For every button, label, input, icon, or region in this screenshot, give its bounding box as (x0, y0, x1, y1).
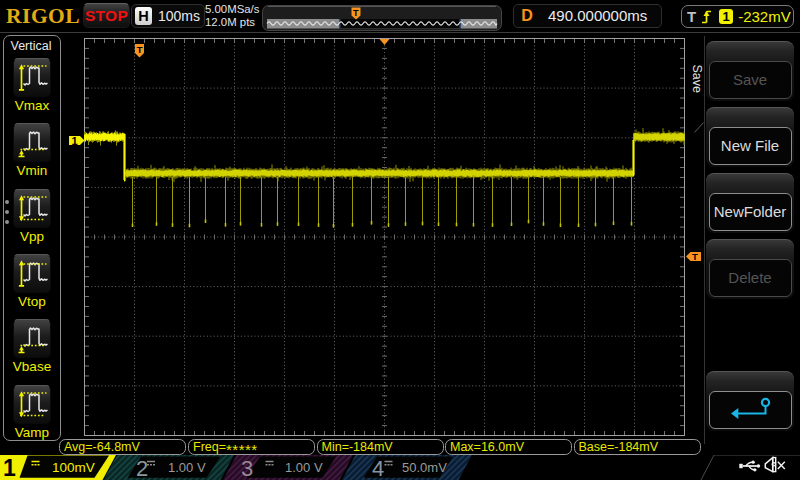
svg-text:1.00 V: 1.00 V (168, 460, 206, 475)
svg-text:1: 1 (72, 135, 78, 147)
svg-text:1: 1 (3, 455, 16, 480)
svg-text:1.00 V: 1.00 V (285, 460, 323, 475)
svg-text:T: T (692, 251, 698, 262)
svg-text:2: 2 (136, 456, 148, 480)
svg-text:T: T (137, 44, 143, 55)
svg-text:3: 3 (241, 456, 253, 480)
svg-text:50.0mV: 50.0mV (402, 460, 447, 475)
svg-text:100mV: 100mV (52, 460, 95, 475)
svg-text:4: 4 (372, 456, 384, 480)
